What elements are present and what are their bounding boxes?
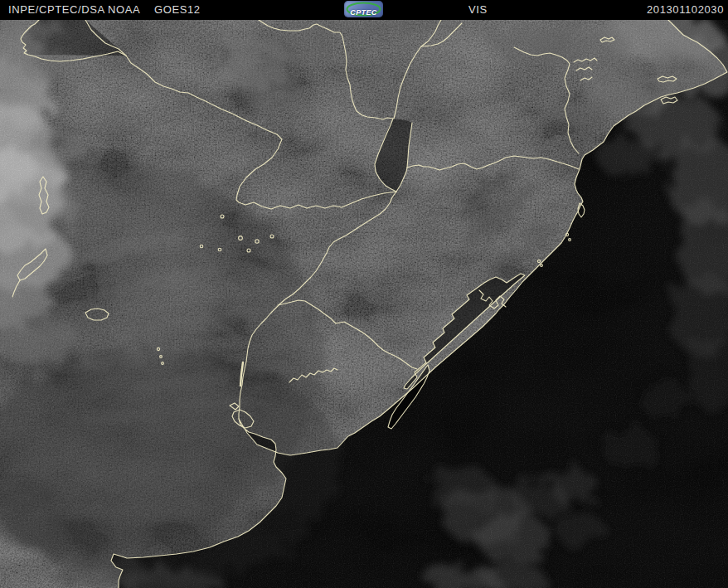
cptec-logo-icon: CPTEC	[344, 1, 383, 17]
channel-label: VIS	[468, 3, 488, 16]
satellite-viewer-window: INPE/CPTEC/DSA NOAA GOES12 CPTEC VIS 201…	[0, 0, 728, 588]
satellite-image	[0, 20, 728, 588]
cptec-logo-text: CPTEC	[350, 8, 377, 17]
noaa-label: NOAA	[108, 3, 140, 16]
agency-label: INPE/CPTEC/DSA	[8, 3, 105, 16]
header-bar: INPE/CPTEC/DSA NOAA GOES12 CPTEC VIS 201…	[0, 0, 728, 20]
timestamp-label: 201301102030	[647, 3, 724, 16]
satellite-name-label: GOES12	[154, 3, 201, 16]
